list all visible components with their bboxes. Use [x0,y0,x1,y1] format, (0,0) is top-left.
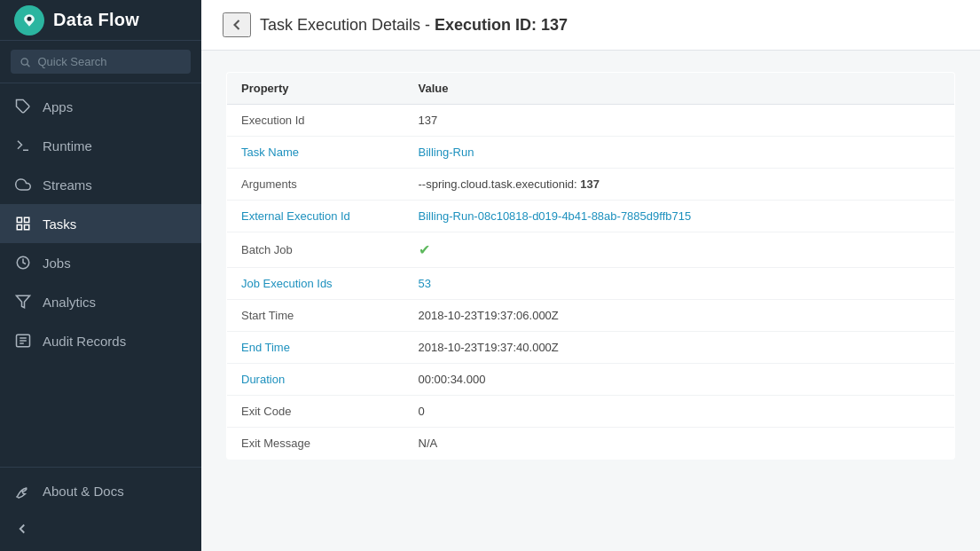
details-area: Property Value Execution Id137Task NameB… [201,51,980,551]
tasks-label: Tasks [43,216,76,232]
execution-details-table: Property Value Execution Id137Task NameB… [226,72,955,460]
tag-icon [14,98,32,115]
back-button[interactable] [223,12,251,37]
audit-records-label: Audit Records [43,334,126,349]
grid-icon [14,215,32,232]
value-cell: 137 [404,105,955,137]
back-arrow-icon [228,16,246,34]
sidebar-item-tasks[interactable]: Tasks [0,204,201,243]
sidebar-item-about-docs[interactable]: About & Docs [0,471,201,510]
table-row: Job Execution Ids53 [227,268,955,300]
col-value: Value [404,73,955,105]
prop-cell: Batch Job [227,232,404,268]
table-row: End Time2018-10-23T19:37:40.000Z [227,332,955,364]
svg-rect-8 [25,225,29,230]
collapse-button[interactable] [0,510,201,547]
col-property: Property [227,73,404,105]
leaf-icon [14,482,32,500]
filter-icon [14,293,32,311]
logo-icon [14,5,44,35]
prop-cell: Exit Message [227,428,404,460]
value-cell: 00:00:34.000 [404,364,955,396]
value-cell: N/A [404,428,955,460]
jobs-label: Jobs [43,256,71,271]
sidebar-item-apps[interactable]: Apps [0,87,201,126]
nav-menu: Apps Runtime Streams [0,83,201,467]
value-cell: --spring.cloud.task.executionid: 137 [404,169,955,201]
table-header-row: Property Value [227,73,955,105]
prop-cell: Arguments [227,169,404,201]
sidebar-bottom: About & Docs [0,467,201,551]
value-cell: 2018-10-23T19:37:06.000Z [404,300,955,332]
prop-cell: Job Execution Ids [227,268,404,300]
table-row: Exit MessageN/A [227,428,955,460]
prop-cell: Execution Id [227,105,404,137]
streams-label: Streams [43,177,92,193]
svg-rect-6 [25,217,29,222]
svg-marker-10 [17,295,30,308]
search-input[interactable] [37,55,182,68]
svg-line-2 [27,64,30,67]
main-content: Task Execution Details - Execution ID: 1… [201,0,980,551]
app-logo: Data Flow [0,0,201,41]
value-cell: ✔ [404,232,955,268]
svg-point-0 [27,16,32,20]
page-title: Task Execution Details - Execution ID: 1… [260,16,568,35]
search-container [0,41,201,83]
chevron-left-icon [14,521,30,537]
circle-icon [14,254,32,272]
value-cell[interactable]: 53 [404,268,955,300]
apps-label: Apps [43,99,73,114]
sidebar-item-runtime[interactable]: Runtime [0,126,201,165]
value-cell[interactable]: Billing-Run-08c10818-d019-4b41-88ab-7885… [404,201,955,232]
prop-cell: Task Name [227,137,404,169]
app-title: Data Flow [53,10,139,30]
terminal-icon [14,137,32,154]
svg-point-1 [21,58,27,64]
page-header: Task Execution Details - Execution ID: 1… [201,0,980,51]
sidebar-item-analytics[interactable]: Analytics [0,282,201,321]
table-row: Execution Id137 [227,105,955,137]
prop-cell: End Time [227,332,404,364]
prop-cell: Duration [227,364,404,396]
check-icon: ✔ [419,242,430,257]
cloud-icon [14,176,32,193]
search-box[interactable] [11,50,191,74]
table-row: Exit Code0 [227,396,955,428]
value-cell: 0 [404,396,955,428]
table-row: External Execution IdBilling-Run-08c1081… [227,201,955,232]
table-row: Start Time2018-10-23T19:37:06.000Z [227,300,955,332]
table-row: Duration00:00:34.000 [227,364,955,396]
search-icon [20,56,30,68]
runtime-label: Runtime [43,138,92,153]
table-row: Arguments--spring.cloud.task.executionid… [227,169,955,201]
sidebar-item-jobs[interactable]: Jobs [0,243,201,282]
prop-cell: Start Time [227,300,404,332]
sidebar: Data Flow Apps Runtime [0,0,201,551]
table-row: Batch Job✔ [227,232,955,268]
sidebar-item-streams[interactable]: Streams [0,165,201,204]
list-icon [14,332,32,350]
about-docs-label: About & Docs [43,484,124,499]
sidebar-item-audit-records[interactable]: Audit Records [0,321,201,360]
value-cell: 2018-10-23T19:37:40.000Z [404,332,955,364]
svg-rect-7 [17,225,21,230]
table-row: Task NameBilling-Run [227,137,955,169]
prop-cell: Exit Code [227,396,404,428]
prop-cell: External Execution Id [227,201,404,232]
value-cell[interactable]: Billing-Run [404,137,955,169]
analytics-label: Analytics [43,295,96,310]
svg-rect-5 [17,217,21,222]
